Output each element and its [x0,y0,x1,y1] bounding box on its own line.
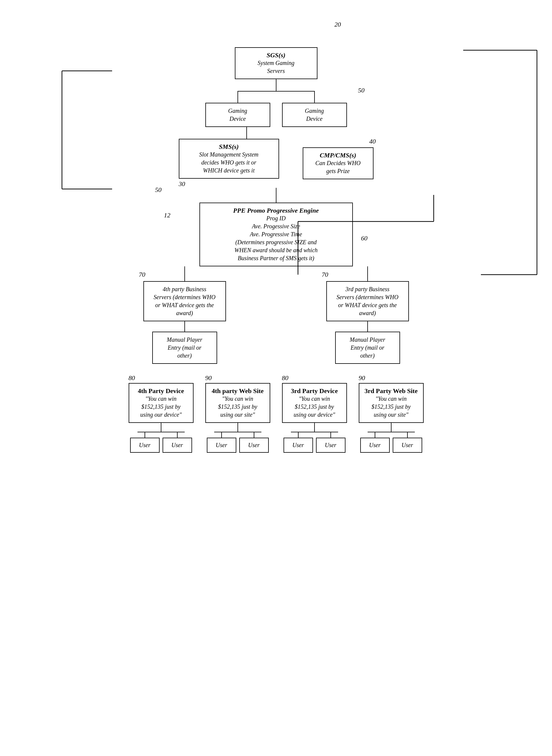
line-4web-to-users [238,423,238,432]
cmp-text: Can Decides WHOgets Prize [315,160,361,174]
ref-30: 30 [179,180,185,188]
line-ppe-to-3rd [367,266,368,281]
line-3dev-to-users [314,423,315,432]
ref-50-gaming: 50 [358,87,365,94]
party4-device-title: 4th Party Device [138,387,184,395]
line-sms-to-ppe [276,188,276,203]
party4-website-box: 4th party Web Site "You can win$152,135 … [205,383,270,423]
party4-device-box: 4th Party Device "You can win$152,135 ju… [129,383,193,423]
ref-80-3rd: 80 [282,374,289,382]
ref-12: 12 [164,211,170,219]
sms-title: SMS(s) [219,143,239,150]
ref-90-3rd: 90 [359,374,365,382]
party4-server-box: 4th party BusinessServers (determines WH… [143,281,226,321]
cmp-title: CMP/CMS(s) [320,151,356,159]
ref-40: 40 [369,138,376,145]
party3-device-title: 3rd Party Device [291,387,338,395]
h-line-gaming [238,91,314,92]
party3-website-text: "You can win$152,135 just byusing our si… [372,396,411,418]
line-3rd-to-manual [367,321,368,332]
ppe-box: PPE Promo Progressive Engine Prog IDAve.… [199,203,353,266]
ref-80-4th: 80 [129,374,135,382]
manual-4-text: Manual PlayerEntry (mail orother) [167,336,202,359]
party4-website-text: "You can win$152,135 just byusing our si… [218,396,257,418]
line-gd-to-sms [246,127,247,139]
ref-90-4th: 90 [205,374,212,382]
user-label: User [171,442,183,448]
ref-70-right: 70 [322,271,328,279]
user-box-3dev-2: User [316,438,346,453]
line-ppe-to-4th [184,266,185,281]
gaming-device-1-box: GamingDevice [205,103,270,127]
user-box-4web-2: User [239,438,269,453]
line-3web-to-users [391,423,392,432]
manual-3-text: Manual PlayerEntry (mail orother) [350,336,385,359]
manual-entry-4-box: Manual PlayerEntry (mail orother) [152,332,217,364]
sgs-title: SGS(s) [267,51,286,59]
user-box-3dev-1: User [284,438,313,453]
party3-website-box: 3rd Party Web Site "You can win$152,135 … [359,383,424,423]
line-to-gd1 [238,91,238,103]
line-4th-to-manual [184,321,185,332]
user-box-4web-1: User [207,438,236,453]
ref-50-sms-left: 50 [155,186,162,194]
gaming-device-1-text: GamingDevice [228,107,247,122]
sms-text: Slot Management Systemdecides WHO gets i… [199,151,258,174]
user-label: User [139,442,150,448]
ref-60: 60 [361,234,368,242]
line-to-gd2 [314,91,315,103]
party4-website-title: 4th party Web Site [212,387,263,395]
party3-device-box: 3rd Party Device "You can win$152,135 ju… [282,383,347,423]
party4-device-text: "You can win$152,135 just byusing our de… [140,396,182,418]
party3-website-title: 3rd Party Web Site [365,387,418,395]
party3-device-text: "You can win$152,135 just byusing our de… [294,396,335,418]
party3-server-text: 3rd party BusinessServers (determines WH… [336,286,399,316]
manual-entry-3-box: Manual PlayerEntry (mail orother) [335,332,400,364]
sms-box: SMS(s) Slot Management Systemdecides WHO… [179,139,279,179]
gaming-device-2-text: GamingDevice [305,107,324,122]
party4-server-text: 4th party BusinessServers (determines WH… [154,286,216,316]
ppe-text: Prog IDAve. Progessive SizeAve. Progress… [234,215,317,261]
user-box-4dev-1: User [130,438,160,453]
sgs-box: SGS(s) System GamingServers [235,47,317,79]
user-box-3web-2: User [393,438,422,453]
party3-server-box: 3rd party BusinessServers (determines WH… [326,281,409,321]
gaming-device-2-box: GamingDevice [282,103,347,127]
cmp-box: CMP/CMS(s) Can Decides WHOgets Prize 40 [303,147,374,179]
ref-70-left: 70 [139,271,145,279]
ppe-title: PPE Promo Progressive Engine [233,207,319,214]
user-box-4dev-2: User [163,438,192,453]
sgs-text: System GamingServers [258,60,294,74]
ref-20: 20 [334,21,341,28]
line-sgs-to-gaming [276,79,276,91]
user-box-3web-1: User [360,438,390,453]
line-4dev-to-users [161,423,161,432]
main-diagram: SGS(s) System GamingServers 20 GamingDev… [12,12,540,453]
